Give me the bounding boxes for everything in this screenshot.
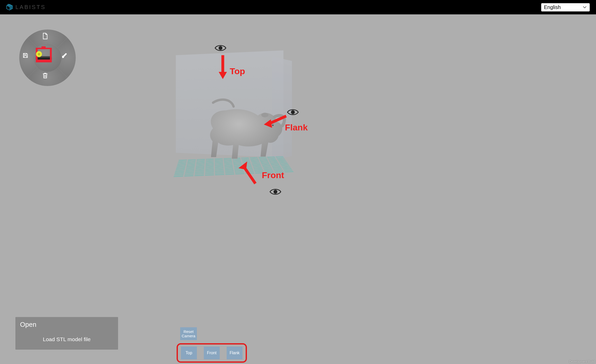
svg-rect-5 <box>36 57 52 60</box>
svg-point-20 <box>274 190 277 193</box>
language-select[interactable]: English <box>541 3 590 12</box>
view-top-button[interactable]: Top <box>181 347 197 359</box>
brand-cube-icon <box>6 4 13 11</box>
brand-logo: LABISTS <box>6 4 46 11</box>
svg-point-3 <box>7 4 8 5</box>
eye-front-icon <box>270 188 281 197</box>
svg-point-19 <box>291 111 294 114</box>
svg-rect-13 <box>36 60 52 62</box>
radial-center-printer[interactable] <box>33 44 62 72</box>
svg-rect-15 <box>24 56 27 58</box>
open-panel[interactable]: Open Load STL model file <box>15 317 118 350</box>
printer-icon <box>33 44 56 64</box>
file-icon <box>42 33 48 40</box>
radial-file-button[interactable] <box>42 33 53 43</box>
camera-controls: ResetCamera Top Front Flank <box>177 327 247 363</box>
app-header: LABISTS English <box>0 0 596 14</box>
radial-save-button[interactable] <box>23 53 33 63</box>
open-panel-title: Open <box>20 321 113 329</box>
svg-point-17 <box>272 124 274 126</box>
view-flank-button[interactable]: Flank <box>227 347 243 359</box>
eye-flank-icon <box>287 108 299 117</box>
eye-top-icon <box>215 44 226 53</box>
view-front-button[interactable]: Front <box>204 347 220 359</box>
radial-brush-button[interactable] <box>62 53 72 63</box>
open-panel-subtitle: Load STL model file <box>20 336 113 342</box>
reset-camera-button[interactable]: ResetCamera <box>180 327 197 340</box>
svg-point-16 <box>261 113 268 117</box>
model-bull <box>198 92 290 167</box>
svg-rect-10 <box>42 46 46 49</box>
radial-trash-button[interactable] <box>42 72 53 83</box>
svg-point-12 <box>38 53 40 55</box>
svg-rect-14 <box>24 53 26 55</box>
save-icon <box>23 53 28 58</box>
view-buttons-highlight: Top Front Flank <box>177 343 247 363</box>
model-viewport[interactable] <box>159 41 323 185</box>
svg-rect-8 <box>50 48 52 60</box>
svg-point-18 <box>219 46 222 50</box>
svg-point-4 <box>8 4 9 4</box>
dev-build-label: Development Build <box>569 360 595 363</box>
radial-menu <box>18 28 77 87</box>
brush-icon <box>62 53 68 59</box>
brand-name: LABISTS <box>15 4 46 11</box>
trash-icon <box>42 72 48 79</box>
